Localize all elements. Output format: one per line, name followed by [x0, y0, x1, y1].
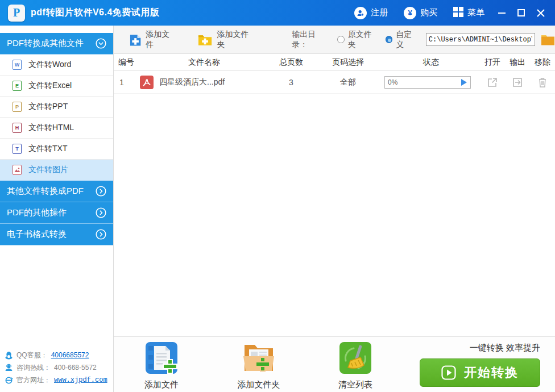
register-label: 注册: [371, 7, 388, 18]
txt-file-icon: T: [13, 144, 22, 154]
col-filename: 文件名称: [140, 57, 268, 68]
logo-letter: P: [13, 6, 20, 19]
close-button[interactable]: [531, 0, 550, 26]
browser-icon: [5, 376, 13, 385]
chevron-right-circle-icon: [96, 186, 106, 197]
output-file-button[interactable]: [505, 77, 530, 87]
qq-icon: [5, 351, 13, 360]
item-label: 文件转PPT: [28, 102, 68, 112]
add-file-icon: [130, 33, 141, 47]
add-file-big-label: 添加文件: [133, 380, 190, 390]
slogan-text: 一键转换 效率提升: [470, 343, 540, 353]
group-label: 其他文件转换成PDF: [7, 186, 96, 197]
radio-original-folder[interactable]: 原文件夹: [337, 30, 379, 50]
group-label: PDF转换成其他文件: [7, 38, 96, 49]
contact-label: 官方网址：: [16, 376, 51, 385]
sidebar-group-pdf-other-ops[interactable]: PDF的其他操作: [0, 202, 113, 224]
add-file-label: 添加文件: [146, 30, 176, 50]
app-window: P pdf转图片软件V6.4免费试用版 注册 ¥ 购买 菜单: [0, 0, 555, 392]
sidebar-item-to-excel[interactable]: E 文件转Excel: [0, 76, 113, 97]
ppt-file-icon: P: [13, 102, 22, 112]
contact-hotline-row: 咨询热线： 400-668-5572: [5, 361, 110, 374]
page-count: 3: [268, 78, 314, 87]
sidebar-item-to-txt[interactable]: T 文件转TXT: [0, 139, 113, 160]
grid-menu-icon: [453, 7, 463, 19]
buy-button[interactable]: ¥ 购买: [396, 0, 445, 26]
toolbar: 添加文件 添加文件夹 输出目录： 原文件夹 自定义: [114, 26, 555, 54]
menu-button[interactable]: 菜单: [445, 0, 492, 26]
trash-icon: [538, 77, 547, 87]
clear-list-big-label: 清空列表: [327, 380, 384, 390]
progress-label: 0%: [385, 78, 460, 86]
window-title: pdf转图片软件V6.4免费试用版: [31, 7, 159, 19]
open-file-button[interactable]: [480, 77, 505, 87]
chevron-right-circle-icon: [96, 207, 106, 218]
progress-play-icon[interactable]: [460, 78, 468, 86]
contact-info: QQ客服： 4006685572 咨询热线： 400-668-5572 官方网址…: [5, 349, 110, 386]
titlebar: P pdf转图片软件V6.4免费试用版 注册 ¥ 购买 菜单: [0, 0, 555, 26]
contact-label: 咨询热线：: [16, 363, 51, 373]
register-button[interactable]: 注册: [346, 0, 396, 26]
add-folder-big-button[interactable]: 添加文件夹: [230, 341, 287, 390]
page-range[interactable]: 全部: [314, 77, 382, 87]
col-status: 状态: [382, 57, 480, 68]
item-label: 文件转Excel: [28, 81, 72, 91]
radio-on-icon: [386, 36, 393, 43]
contact-label: QQ客服：: [16, 351, 48, 360]
chevron-down-circle-icon: [96, 38, 106, 49]
word-file-icon: W: [13, 60, 22, 70]
table-header: 编号 文件名称 总页数 页码选择 状态 打开 输出 移除: [114, 54, 555, 71]
chevron-right-circle-icon: [96, 229, 106, 240]
sidebar-group-pdf-to-other[interactable]: PDF转换成其他文件: [0, 33, 113, 55]
yuan-icon: ¥: [404, 7, 416, 19]
hotline-number: 400-668-5572: [54, 364, 97, 372]
item-label: 文件转HTML: [28, 123, 74, 133]
main-panel: 添加文件 添加文件夹 输出目录： 原文件夹 自定义: [114, 26, 555, 392]
minimize-button[interactable]: [492, 0, 512, 26]
file-name: 四星级酒店大...pdf: [159, 77, 225, 87]
export-arrow-icon: [512, 77, 523, 87]
bottom-bar: 添加文件 添加文件夹: [114, 336, 555, 392]
sidebar-item-to-ppt[interactable]: P 文件转PPT: [0, 97, 113, 118]
col-open: 打开: [480, 57, 505, 68]
add-file-big-button[interactable]: 添加文件: [133, 341, 190, 390]
minimize-icon: [498, 9, 506, 17]
sidebar-item-to-image[interactable]: 文件转图片: [0, 160, 113, 181]
item-label: 文件转Word: [28, 60, 71, 70]
user-icon: [354, 7, 367, 19]
sidebar-item-to-html[interactable]: H 文件转HTML: [0, 118, 113, 139]
add-folder-icon: [198, 34, 212, 46]
buy-label: 购买: [420, 7, 437, 18]
output-path-input[interactable]: [426, 33, 535, 46]
play-icon: [441, 365, 456, 380]
pdf-file-icon: [140, 76, 154, 89]
maximize-icon: [517, 9, 525, 17]
browse-folder-button[interactable]: [541, 34, 555, 45]
clear-list-big-button[interactable]: 清空列表: [327, 341, 384, 390]
sidebar-item-to-word[interactable]: W 文件转Word: [0, 55, 113, 76]
qq-number-link[interactable]: 4006685572: [51, 351, 89, 359]
website-link[interactable]: www.xjpdf.com: [54, 376, 107, 384]
start-convert-button[interactable]: 开始转换: [420, 358, 540, 387]
add-file-button[interactable]: 添加文件: [126, 27, 180, 52]
image-file-icon: [13, 165, 22, 175]
maximize-button[interactable]: [512, 0, 531, 26]
excel-file-icon: E: [13, 81, 22, 91]
add-folder-button[interactable]: 添加文件夹: [194, 27, 259, 52]
col-pages: 总页数: [268, 57, 314, 68]
add-folder-big-label: 添加文件夹: [230, 380, 287, 390]
clear-list-big-icon: [339, 341, 372, 374]
remove-file-button[interactable]: [530, 77, 555, 87]
col-number: 编号: [114, 57, 140, 68]
close-icon: [537, 9, 545, 17]
radio-custom-folder[interactable]: 自定义: [386, 30, 419, 50]
start-convert-label: 开始转换: [464, 364, 519, 381]
sidebar-group-other-to-pdf[interactable]: 其他文件转换成PDF: [0, 181, 113, 202]
contact-qq-row: QQ客服： 4006685572: [5, 349, 110, 361]
open-external-icon: [487, 77, 498, 87]
sidebar-group-ebook-convert[interactable]: 电子书格式转换: [0, 224, 113, 245]
headset-icon: [5, 364, 13, 372]
html-file-icon: H: [13, 123, 22, 133]
table-row[interactable]: 1 四星级酒店大...pdf 3 全部 0%: [114, 71, 555, 94]
output-dir-label: 输出目录：: [292, 30, 330, 50]
